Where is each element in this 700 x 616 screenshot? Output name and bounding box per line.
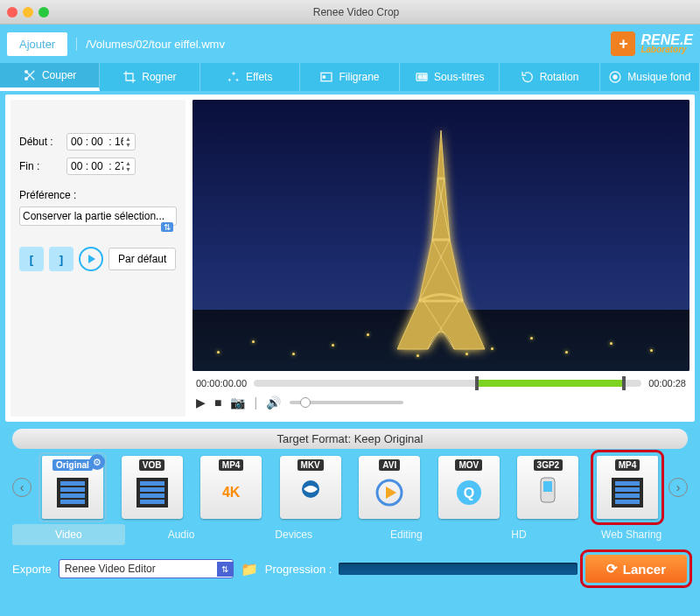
timeline-start: 00:00:00.00 [196, 378, 247, 388]
tab-sous-titres[interactable]: SUB Sous-titres [400, 63, 500, 91]
timeline-handle-start[interactable] [475, 376, 479, 390]
preference-value: Conserver la partie sélection... [23, 210, 164, 222]
end-time-spinner[interactable]: ▲▼ [125, 160, 131, 172]
start-time-input[interactable]: ▲▼ [66, 133, 136, 150]
tab-effets[interactable]: Effets [200, 63, 300, 91]
bottom-bar: Exporte Renee Video Editor ⇅ 📁 Progressi… [0, 545, 700, 592]
preference-select[interactable]: Conserver la partie sélection... ⇅ [19, 206, 177, 226]
end-time-value[interactable] [71, 160, 123, 172]
svg-text:SUB: SUB [418, 75, 427, 80]
cat-tab-web-sharing[interactable]: Web Sharing [575, 524, 688, 545]
svg-point-3 [323, 76, 326, 79]
tab-label: Sous-titres [434, 71, 484, 83]
watermark-icon [319, 70, 333, 84]
timeline: 00:00:00.00 00:00:28 [192, 371, 690, 392]
brand-plus-icon: + [611, 32, 635, 56]
volume-icon[interactable]: 🔊 [266, 396, 281, 410]
start-label: Début : [19, 136, 61, 148]
tab-rogner[interactable]: Rogner [100, 63, 200, 91]
tab-label: Rotation [540, 71, 579, 83]
format-avi[interactable]: AVI [359, 456, 420, 519]
format-carousel: ‹ ⚙ Original VOB MP4 4K MKV AVI MOV Q 3G… [0, 449, 700, 519]
format-label: Original [52, 459, 93, 471]
format-mkv[interactable]: MKV [280, 456, 341, 519]
cut-sidebar: Début : ▲▼ Fin : ▲▼ Préférence : Conserv… [10, 100, 186, 416]
snapshot-button[interactable]: 📷 [230, 396, 245, 410]
format-label: MP4 [219, 459, 244, 471]
formats-prev-button[interactable]: ‹ [12, 478, 32, 497]
format-mp4[interactable]: MP4 [597, 456, 658, 519]
rotate-icon [521, 70, 535, 84]
cat-tab-audio[interactable]: Audio [125, 524, 238, 545]
cat-tab-editing[interactable]: Editing [350, 524, 463, 545]
format-mov[interactable]: MOV Q [438, 456, 500, 519]
magic-icon [227, 70, 241, 84]
tab-label: Rogner [142, 71, 176, 83]
format-label: VOB [139, 459, 165, 471]
add-button[interactable]: Ajouter [7, 32, 67, 56]
default-button[interactable]: Par défaut [108, 248, 176, 270]
format-label: MKV [298, 459, 324, 471]
mark-out-button[interactable]: ] [49, 247, 74, 271]
launch-label: Lancer [623, 562, 666, 577]
file-path: /Volumes/02/tour eiffel.wmv [76, 38, 611, 51]
tab-label: Musique fond [627, 71, 690, 83]
cat-tab-video[interactable]: Video [12, 524, 125, 545]
progress-bar [339, 563, 577, 575]
timeline-end: 00:00:28 [648, 378, 686, 388]
window-titlebar: Renee Video Crop [0, 0, 700, 24]
music-icon [608, 70, 622, 84]
format-3gp2[interactable]: 3GP2 [517, 456, 578, 519]
end-time-input[interactable]: ▲▼ [66, 158, 136, 175]
crop-icon [122, 70, 136, 84]
cat-tab-devices[interactable]: Devices [237, 524, 350, 545]
chevron-updown-icon: ⇅ [161, 222, 173, 232]
window-title: Renee Video Crop [19, 6, 693, 18]
svg-rect-14 [543, 481, 552, 492]
formats-next-button[interactable]: › [668, 478, 688, 497]
svg-marker-10 [386, 486, 396, 499]
brand-logo: + RENE.E Laboratory [611, 32, 693, 56]
tab-musique-fond[interactable]: Musique fond [600, 63, 700, 91]
format-mp4-4k[interactable]: MP4 4K [200, 456, 262, 519]
format-label: AVI [379, 459, 400, 471]
tab-label: Filigrane [339, 71, 379, 83]
tab-couper[interactable]: Couper [0, 63, 100, 91]
format-original[interactable]: ⚙ Original [42, 456, 103, 519]
play-button[interactable]: ▶ [196, 396, 206, 410]
refresh-icon: ⟳ [606, 561, 618, 577]
format-label: 3GP2 [534, 459, 564, 471]
export-label: Exporte [12, 563, 52, 576]
playback-controls: ▶ ■ 📷 | 🔊 [192, 392, 690, 416]
preview-play-button[interactable] [79, 247, 103, 271]
workspace: Début : ▲▼ Fin : ▲▼ Préférence : Conserv… [5, 94, 695, 422]
format-vob[interactable]: VOB [122, 456, 183, 519]
timeline-track[interactable] [254, 380, 641, 387]
scissors-icon [23, 68, 37, 82]
folder-icon[interactable]: 📁 [241, 561, 258, 578]
launch-button[interactable]: ⟳ Lancer [585, 555, 687, 583]
start-time-spinner[interactable]: ▲▼ [125, 136, 131, 148]
stop-button[interactable]: ■ [214, 396, 221, 410]
volume-slider[interactable] [290, 401, 403, 404]
tab-rotation[interactable]: Rotation [500, 63, 599, 91]
preference-label: Préférence : [19, 189, 177, 201]
video-preview[interactable] [192, 100, 690, 371]
cat-tab-hd[interactable]: HD [463, 524, 576, 545]
target-format-label: Target Format: Keep Original [12, 429, 688, 449]
chevron-updown-icon: ⇅ [217, 562, 233, 577]
mark-in-button[interactable]: [ [19, 247, 44, 271]
timeline-handle-end[interactable] [622, 376, 626, 390]
tab-filigrane[interactable]: Filigrane [300, 63, 400, 91]
tab-label: Couper [42, 69, 76, 81]
subtitle-icon: SUB [415, 70, 429, 84]
start-time-value[interactable] [71, 136, 123, 148]
svg-text:Q: Q [464, 486, 474, 500]
brand-subtitle: Laboratory [640, 46, 693, 54]
format-label: MP4 [615, 459, 640, 471]
export-destination-select[interactable]: Renee Video Editor ⇅ [59, 559, 234, 578]
tab-label: Effets [246, 71, 272, 83]
format-category-tabs: Video Audio Devices Editing HD Web Shari… [12, 524, 688, 545]
preview-panel: 00:00:00.00 00:00:28 ▶ ■ 📷 | 🔊 [192, 100, 690, 416]
close-window-button[interactable] [7, 7, 18, 18]
